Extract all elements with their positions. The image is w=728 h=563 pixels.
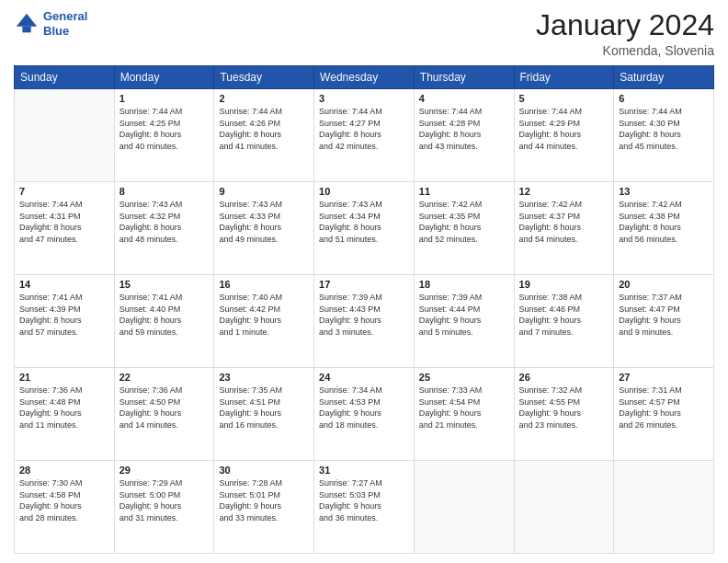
- day-number: 19: [519, 279, 609, 290]
- svg-rect-1: [22, 26, 30, 32]
- day-info: Sunrise: 7:44 AMSunset: 4:28 PMDaylight:…: [419, 106, 509, 152]
- calendar-cell: [414, 461, 514, 554]
- calendar-week-row: 14Sunrise: 7:41 AMSunset: 4:39 PMDayligh…: [15, 275, 714, 368]
- weekday-header-friday: Friday: [514, 66, 614, 89]
- day-number: 10: [319, 186, 409, 197]
- month-title: January 2024: [536, 9, 714, 41]
- day-number: 9: [219, 186, 309, 197]
- calendar-cell: 5Sunrise: 7:44 AMSunset: 4:29 PMDaylight…: [514, 89, 614, 182]
- calendar-cell: 1Sunrise: 7:44 AMSunset: 4:25 PMDaylight…: [114, 89, 214, 182]
- calendar-cell: 21Sunrise: 7:36 AMSunset: 4:48 PMDayligh…: [15, 368, 115, 461]
- day-info: Sunrise: 7:30 AMSunset: 4:58 PMDaylight:…: [19, 477, 109, 523]
- day-number: 7: [19, 186, 109, 197]
- day-info: Sunrise: 7:43 AMSunset: 4:33 PMDaylight:…: [219, 199, 309, 245]
- calendar-cell: 18Sunrise: 7:39 AMSunset: 4:44 PMDayligh…: [414, 275, 514, 368]
- calendar-week-row: 1Sunrise: 7:44 AMSunset: 4:25 PMDaylight…: [15, 89, 714, 182]
- calendar-cell: 8Sunrise: 7:43 AMSunset: 4:32 PMDaylight…: [114, 182, 214, 275]
- calendar-cell: 22Sunrise: 7:36 AMSunset: 4:50 PMDayligh…: [114, 368, 214, 461]
- weekday-header-saturday: Saturday: [614, 66, 714, 89]
- day-info: Sunrise: 7:35 AMSunset: 4:51 PMDaylight:…: [219, 385, 309, 431]
- day-number: 31: [319, 465, 409, 476]
- day-number: 28: [19, 465, 109, 476]
- day-number: 1: [119, 93, 210, 104]
- day-number: 8: [119, 186, 210, 197]
- day-info: Sunrise: 7:42 AMSunset: 4:37 PMDaylight:…: [519, 199, 609, 245]
- day-number: 14: [19, 279, 109, 290]
- calendar-cell: 7Sunrise: 7:44 AMSunset: 4:31 PMDaylight…: [15, 182, 115, 275]
- day-number: 20: [619, 279, 709, 290]
- day-number: 15: [119, 279, 210, 290]
- day-info: Sunrise: 7:39 AMSunset: 4:43 PMDaylight:…: [319, 292, 409, 338]
- day-number: 12: [519, 186, 609, 197]
- calendar-week-row: 28Sunrise: 7:30 AMSunset: 4:58 PMDayligh…: [15, 461, 714, 554]
- calendar-cell: 31Sunrise: 7:27 AMSunset: 5:03 PMDayligh…: [314, 461, 415, 554]
- day-info: Sunrise: 7:44 AMSunset: 4:30 PMDaylight:…: [619, 106, 709, 152]
- weekday-header-sunday: Sunday: [15, 66, 115, 89]
- day-info: Sunrise: 7:42 AMSunset: 4:38 PMDaylight:…: [619, 199, 709, 245]
- day-number: 3: [319, 93, 409, 104]
- day-info: Sunrise: 7:41 AMSunset: 4:40 PMDaylight:…: [119, 292, 210, 338]
- calendar-cell: 11Sunrise: 7:42 AMSunset: 4:35 PMDayligh…: [414, 182, 514, 275]
- weekday-header-row: SundayMondayTuesdayWednesdayThursdayFrid…: [15, 66, 714, 89]
- calendar-cell: 15Sunrise: 7:41 AMSunset: 4:40 PMDayligh…: [114, 275, 214, 368]
- day-info: Sunrise: 7:43 AMSunset: 4:32 PMDaylight:…: [119, 199, 210, 245]
- calendar-cell: 28Sunrise: 7:30 AMSunset: 4:58 PMDayligh…: [15, 461, 115, 554]
- day-number: 6: [619, 93, 709, 104]
- day-info: Sunrise: 7:36 AMSunset: 4:50 PMDaylight:…: [119, 385, 210, 431]
- calendar-cell: 14Sunrise: 7:41 AMSunset: 4:39 PMDayligh…: [15, 275, 115, 368]
- calendar-cell: 3Sunrise: 7:44 AMSunset: 4:27 PMDaylight…: [314, 89, 415, 182]
- day-info: Sunrise: 7:44 AMSunset: 4:31 PMDaylight:…: [19, 199, 109, 245]
- calendar-cell: 26Sunrise: 7:32 AMSunset: 4:55 PMDayligh…: [514, 368, 614, 461]
- calendar-cell: 6Sunrise: 7:44 AMSunset: 4:30 PMDaylight…: [614, 89, 714, 182]
- logo-text: General Blue: [43, 9, 87, 38]
- calendar-week-row: 7Sunrise: 7:44 AMSunset: 4:31 PMDaylight…: [15, 182, 714, 275]
- location: Komenda, Slovenia: [536, 43, 714, 58]
- calendar-cell: 23Sunrise: 7:35 AMSunset: 4:51 PMDayligh…: [214, 368, 314, 461]
- calendar-cell: [514, 461, 614, 554]
- svg-marker-0: [17, 13, 37, 26]
- logo: General Blue: [14, 9, 87, 38]
- calendar-cell: 16Sunrise: 7:40 AMSunset: 4:42 PMDayligh…: [214, 275, 314, 368]
- calendar-cell: 10Sunrise: 7:43 AMSunset: 4:34 PMDayligh…: [314, 182, 415, 275]
- calendar-cell: 25Sunrise: 7:33 AMSunset: 4:54 PMDayligh…: [414, 368, 514, 461]
- day-info: Sunrise: 7:37 AMSunset: 4:47 PMDaylight:…: [619, 292, 709, 338]
- calendar-cell: 9Sunrise: 7:43 AMSunset: 4:33 PMDaylight…: [214, 182, 314, 275]
- calendar-cell: 24Sunrise: 7:34 AMSunset: 4:53 PMDayligh…: [314, 368, 415, 461]
- calendar-table: SundayMondayTuesdayWednesdayThursdayFrid…: [14, 65, 714, 554]
- day-number: 23: [219, 372, 309, 383]
- day-info: Sunrise: 7:44 AMSunset: 4:27 PMDaylight:…: [319, 106, 409, 152]
- calendar-cell: 27Sunrise: 7:31 AMSunset: 4:57 PMDayligh…: [614, 368, 714, 461]
- day-info: Sunrise: 7:36 AMSunset: 4:48 PMDaylight:…: [19, 385, 109, 431]
- logo-icon: [14, 11, 40, 37]
- day-number: 13: [619, 186, 709, 197]
- day-number: 24: [319, 372, 409, 383]
- day-number: 16: [219, 279, 309, 290]
- calendar-cell: 30Sunrise: 7:28 AMSunset: 5:01 PMDayligh…: [214, 461, 314, 554]
- weekday-header-thursday: Thursday: [414, 66, 514, 89]
- day-number: 11: [419, 186, 509, 197]
- calendar-cell: [614, 461, 714, 554]
- day-info: Sunrise: 7:31 AMSunset: 4:57 PMDaylight:…: [619, 385, 709, 431]
- weekday-header-tuesday: Tuesday: [214, 66, 314, 89]
- calendar-cell: 4Sunrise: 7:44 AMSunset: 4:28 PMDaylight…: [414, 89, 514, 182]
- day-info: Sunrise: 7:40 AMSunset: 4:42 PMDaylight:…: [219, 292, 309, 338]
- day-info: Sunrise: 7:44 AMSunset: 4:29 PMDaylight:…: [519, 106, 609, 152]
- calendar-week-row: 21Sunrise: 7:36 AMSunset: 4:48 PMDayligh…: [15, 368, 714, 461]
- calendar-cell: 19Sunrise: 7:38 AMSunset: 4:46 PMDayligh…: [514, 275, 614, 368]
- day-info: Sunrise: 7:41 AMSunset: 4:39 PMDaylight:…: [19, 292, 109, 338]
- day-info: Sunrise: 7:44 AMSunset: 4:25 PMDaylight:…: [119, 106, 210, 152]
- day-info: Sunrise: 7:34 AMSunset: 4:53 PMDaylight:…: [319, 385, 409, 431]
- calendar-page: General Blue January 2024 Komenda, Slove…: [0, 0, 728, 563]
- weekday-header-wednesday: Wednesday: [314, 66, 415, 89]
- day-info: Sunrise: 7:32 AMSunset: 4:55 PMDaylight:…: [519, 385, 609, 431]
- day-number: 27: [619, 372, 709, 383]
- day-info: Sunrise: 7:42 AMSunset: 4:35 PMDaylight:…: [419, 199, 509, 245]
- day-number: 4: [419, 93, 509, 104]
- day-number: 21: [19, 372, 109, 383]
- day-info: Sunrise: 7:27 AMSunset: 5:03 PMDaylight:…: [319, 477, 409, 523]
- day-info: Sunrise: 7:29 AMSunset: 5:00 PMDaylight:…: [119, 477, 210, 523]
- day-info: Sunrise: 7:33 AMSunset: 4:54 PMDaylight:…: [419, 385, 509, 431]
- calendar-cell: 2Sunrise: 7:44 AMSunset: 4:26 PMDaylight…: [214, 89, 314, 182]
- day-number: 22: [119, 372, 210, 383]
- day-number: 26: [519, 372, 609, 383]
